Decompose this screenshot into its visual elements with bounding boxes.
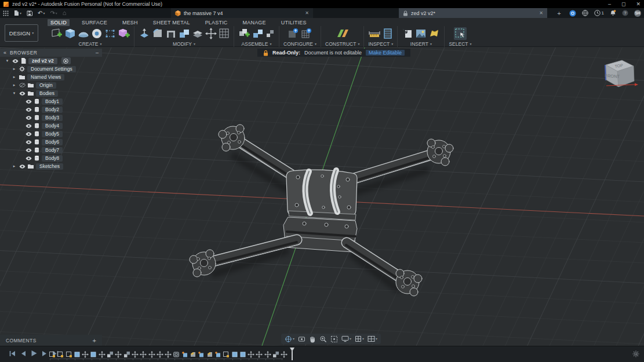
browser-body-row[interactable]: Body7 [0, 146, 102, 154]
timeline-feature-move-icon[interactable] [256, 350, 264, 359]
step-forward-button[interactable] [42, 350, 48, 357]
tab-solid[interactable]: SOLID [48, 19, 70, 26]
timeline-feature-move-icon[interactable] [82, 350, 90, 359]
timeline-feature-move-icon[interactable] [264, 350, 272, 359]
chevron-right-icon[interactable]: ▸ [12, 164, 17, 169]
play-button[interactable] [31, 350, 37, 357]
file-menu-button[interactable]: ▾ [14, 10, 21, 16]
group-label-configure[interactable]: CONFIGURE▾ [283, 41, 316, 47]
timeline-feature-chamfer-icon[interactable] [190, 350, 198, 359]
form-dome-icon[interactable] [78, 28, 89, 39]
browser-item-origin[interactable]: ▸ Origin [0, 81, 102, 89]
timeline-feature-sketch-icon[interactable] [66, 350, 74, 359]
browser-item-sketches[interactable]: ▸ Sketches [0, 162, 102, 170]
app-launcher-icon[interactable] [3, 10, 9, 16]
timeline-feature-move-icon[interactable] [140, 350, 148, 359]
grid-snaps-tool[interactable]: ▾ [355, 335, 364, 342]
make-editable-link[interactable]: Make Editable [366, 50, 405, 56]
move-copy-icon[interactable] [205, 28, 217, 39]
combine-icon[interactable] [179, 28, 190, 39]
close-button[interactable]: ✕ [636, 1, 641, 7]
help-icon[interactable]: ? [622, 10, 628, 16]
timeline-settings-gear-icon[interactable] [632, 350, 639, 357]
home-button[interactable]: ⌂ [63, 10, 67, 16]
tab-mesh[interactable]: MESH [119, 19, 141, 26]
change-parameters-icon[interactable] [219, 28, 230, 39]
workspace-switcher[interactable]: DESIGN▾ [5, 24, 38, 42]
timeline-feature-component-icon[interactable] [181, 350, 190, 359]
activity-clock-icon[interactable]: 1 [594, 10, 604, 16]
rigid-group-icon[interactable] [265, 29, 275, 38]
visibility-eye-icon[interactable] [26, 148, 32, 152]
timeline-playhead[interactable] [290, 349, 294, 360]
create-form-icon[interactable] [118, 28, 130, 39]
timeline-feature-combine-icon[interactable] [272, 350, 281, 359]
timeline-feature-move-icon[interactable] [115, 350, 123, 359]
timeline-feature-combine-icon[interactable] [107, 350, 115, 359]
decal-icon[interactable] [428, 28, 440, 39]
browser-body-row[interactable]: Body3 [0, 114, 102, 122]
group-label-insert[interactable]: INSERT▾ [410, 41, 432, 47]
viewcube[interactable]: TOP FRONT [598, 53, 639, 92]
chevron-right-icon[interactable]: ▸ [12, 83, 17, 87]
tab-close-icon[interactable]: ✕ [305, 10, 309, 16]
browser-body-row[interactable]: Body5 [0, 130, 102, 138]
visibility-eye-off-icon[interactable] [19, 83, 26, 87]
shell-icon[interactable] [165, 28, 177, 39]
browser-body-row[interactable]: Body2 [0, 105, 102, 114]
tab-sheet-metal[interactable]: SHEET METAL [150, 19, 193, 26]
group-label-construct[interactable]: CONSTRUCT▾ [325, 41, 359, 47]
visibility-eye-icon[interactable] [26, 132, 32, 136]
comments-bar[interactable]: COMMENTS + [0, 335, 102, 346]
visibility-eye-icon[interactable] [19, 164, 26, 169]
pan-tool[interactable] [309, 335, 316, 343]
orbit-tool[interactable]: ▾ [285, 335, 294, 343]
chevron-right-icon[interactable]: ▸ [12, 67, 17, 71]
visibility-eye-icon[interactable] [26, 116, 32, 120]
look-at-tool[interactable] [298, 336, 305, 342]
construction-plane-icon[interactable] [335, 28, 350, 39]
visibility-eye-icon[interactable] [26, 140, 32, 144]
browser-item-bodies[interactable]: ▾ Bodies [0, 89, 102, 97]
browser-collapse-icon[interactable]: « [3, 50, 6, 56]
revolve-icon[interactable] [91, 28, 103, 39]
visibility-eye-icon[interactable] [12, 59, 19, 63]
browser-root-row[interactable]: ▾ zed v2 v2 [0, 57, 102, 65]
chevron-right-icon[interactable]: ▸ [12, 75, 17, 79]
timeline-feature-move-icon[interactable] [99, 350, 107, 359]
timeline-feature-move-icon[interactable] [132, 350, 140, 359]
display-settings-tool[interactable]: ▾ [341, 335, 351, 342]
browser-minimize-icon[interactable]: – [96, 50, 99, 56]
configuration-table-icon[interactable] [301, 28, 312, 39]
job-status-icon[interactable] [582, 10, 588, 16]
browser-body-row[interactable]: Body4 [0, 122, 102, 130]
tab-manage[interactable]: MANAGE [240, 19, 269, 26]
group-label-inspect[interactable]: INSPECT▾ [368, 41, 393, 47]
create-sketch-icon[interactable] [50, 28, 63, 39]
timeline-feature-extrude-icon[interactable] [90, 350, 98, 359]
joint-icon[interactable] [252, 28, 264, 39]
chevron-down-icon[interactable]: ▾ [5, 58, 10, 63]
fillet-icon[interactable] [152, 28, 163, 39]
browser-item-document-settings[interactable]: ▸ Document Settings [0, 65, 102, 73]
timeline-feature-move-icon[interactable] [248, 350, 256, 359]
browser-header[interactable]: « BROWSER – [0, 49, 102, 57]
tab-plastic[interactable]: PLASTIC [202, 19, 231, 26]
measure-icon[interactable] [368, 28, 381, 39]
timeline-feature-extrude-icon[interactable] [231, 350, 239, 359]
new-tab-button[interactable]: + [555, 9, 563, 17]
maximize-button[interactable]: ◻ [621, 1, 625, 7]
timeline-feature-form-icon[interactable] [173, 350, 181, 359]
fit-tool[interactable] [330, 335, 338, 343]
visibility-eye-icon[interactable] [26, 108, 32, 112]
root-component-label[interactable]: zed v2 v2 [28, 58, 57, 64]
visibility-eye-icon[interactable] [19, 92, 26, 96]
timeline-feature-sketch-icon[interactable] [57, 350, 65, 359]
offset-face-icon[interactable] [192, 28, 203, 39]
redo-button[interactable]: ↷▾ [50, 10, 57, 16]
timeline-feature-combine-icon[interactable] [123, 350, 132, 359]
notification-bell-icon[interactable] [610, 10, 616, 16]
timeline-feature-component-icon[interactable] [214, 350, 223, 359]
visibility-eye-icon[interactable] [26, 100, 32, 104]
timeline-feature-extrude-icon[interactable] [74, 350, 82, 359]
